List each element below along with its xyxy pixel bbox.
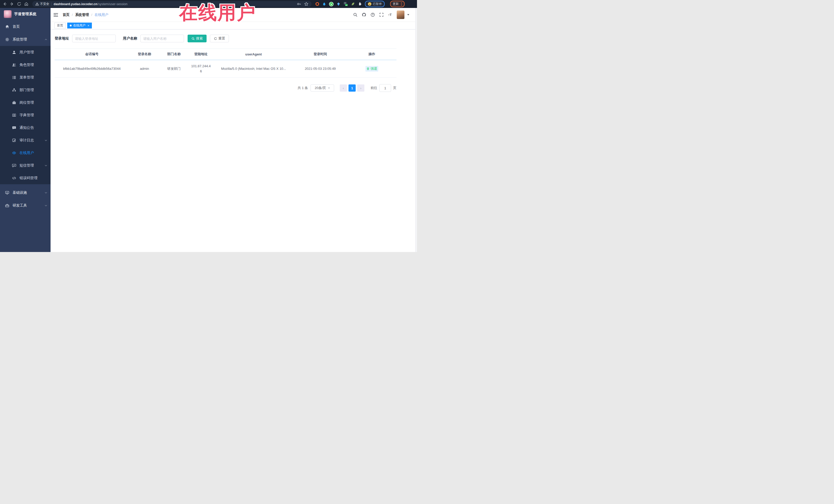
login-address-input[interactable] [72, 35, 116, 42]
help-icon[interactable] [371, 13, 375, 17]
security-chip[interactable]: 不安全 [36, 2, 49, 6]
username-input[interactable] [140, 35, 184, 42]
sms-icon [12, 163, 16, 168]
col-login-time: 登录时间 [293, 49, 347, 60]
username-label: 用户名称 [123, 36, 137, 41]
col-actions: 操作 [347, 49, 396, 60]
table-header-row: 会话编号 登录名称 部门名称 登陆地址 userAgent 登录时间 操作 [54, 49, 396, 60]
sidebar-item-home[interactable]: 首页 [0, 20, 50, 33]
search-icon[interactable] [353, 13, 357, 17]
browser-reload-icon[interactable] [17, 2, 21, 6]
sidebar-item-menu-mgmt[interactable]: 菜单管理 [0, 71, 50, 84]
col-login-name: 登录名称 [129, 49, 160, 60]
url-domain: dashboard.yudao.iocoder.cn [53, 2, 97, 6]
sidebar-item-label: 研发工具 [13, 203, 27, 208]
sidebar-item-error-code[interactable]: 错误码管理 [0, 172, 50, 184]
profile-paused-badge[interactable]: 已暂停 [365, 1, 385, 7]
cell-session-id: bfbb1ab79ba849e49fb26ddb56a73044 [54, 60, 129, 78]
sidebar-item-system[interactable]: 系统管理 [0, 33, 50, 46]
audit-log-icon [12, 138, 16, 143]
org-tree-icon [12, 88, 16, 92]
github-icon[interactable] [362, 13, 366, 17]
sidebar-item-user-mgmt[interactable]: 用户管理 [0, 46, 50, 59]
ext-orange-ring-icon[interactable] [315, 2, 320, 6]
sidebar-item-label: 角色管理 [20, 63, 34, 67]
page-scrollbar[interactable] [415, 8, 417, 252]
delete-icon [367, 67, 370, 70]
browser-home-icon[interactable] [24, 2, 28, 6]
book-icon [12, 113, 16, 117]
password-key-icon[interactable] [297, 2, 301, 6]
force-logout-label: 强退 [371, 66, 377, 71]
ext-puzzle-icon[interactable] [358, 2, 362, 6]
sidebar-item-audit-log[interactable]: 审计日志 [0, 134, 50, 147]
chevron-down-icon [328, 88, 330, 89]
user-menu-caret-icon[interactable] [407, 14, 409, 15]
address-bar[interactable]: 不安全 dashboard.yudao.iocoder.cn/system/us… [32, 1, 311, 7]
bookmark-star-icon[interactable] [304, 2, 308, 6]
prev-page-button[interactable]: ‹ [340, 84, 347, 92]
font-size-icon[interactable]: TT [388, 13, 392, 17]
sidebar-item-label: 系统管理 [13, 37, 27, 42]
sidebar-item-devtools[interactable]: 研发工具 [0, 199, 50, 212]
sidebar-item-label: 审计日志 [20, 138, 34, 143]
ext-blue-drop-icon[interactable] [322, 2, 326, 6]
sidebar-item-dept-mgmt[interactable]: 部门管理 [0, 84, 50, 96]
tab-label: 在线用户 [73, 23, 85, 28]
pager: ‹ 1 › [340, 84, 365, 92]
tab-home[interactable]: 首页 [54, 23, 66, 28]
update-button[interactable]: 更新 [390, 1, 405, 7]
tab-label: 首页 [57, 23, 63, 28]
cell-login-time: 2021-05-03 23:05:49 [293, 60, 347, 78]
sidebar-item-post-mgmt[interactable]: 岗位管理 [0, 96, 50, 109]
search-button[interactable]: 搜索 [188, 35, 206, 42]
home-icon [5, 25, 9, 29]
reset-button[interactable]: 重置 [210, 35, 229, 42]
goto-page-input[interactable] [379, 84, 391, 92]
page-size-value: 20条/页 [314, 86, 326, 90]
active-tab-dot [70, 25, 72, 26]
app-logo[interactable]: 芋道管理系统 [0, 8, 50, 20]
breadcrumb-home[interactable]: 首页 [63, 13, 69, 17]
screen: 不安全 dashboard.yudao.iocoder.cn/system/us… [0, 0, 417, 252]
cell-actions: 强退 [347, 60, 396, 78]
next-page-button[interactable]: › [357, 84, 365, 92]
sidebar-item-label: 错误码管理 [20, 176, 38, 180]
announcement-icon [12, 126, 16, 130]
chevron-down-icon [44, 204, 47, 207]
sidebar-item-infra[interactable]: 基础设施 [0, 186, 50, 199]
emoji-face-icon [368, 2, 372, 6]
sidebar-item-sms-mgmt[interactable]: 短信管理 [0, 159, 50, 172]
sidebar-item-label: 基础设施 [13, 191, 27, 195]
chevron-down-icon [44, 164, 47, 167]
chevron-down-icon [44, 191, 47, 194]
refresh-icon [214, 37, 217, 40]
breadcrumb-system[interactable]: 系统管理 [75, 13, 89, 17]
url-path: /system/user-session [97, 2, 127, 6]
sidebar-item-online-users[interactable]: 在线用户 [0, 147, 50, 159]
tags-view-bar: 首页 在线用户 × [50, 22, 417, 29]
browser-forward-icon[interactable] [10, 2, 14, 6]
close-tab-icon[interactable]: × [88, 24, 89, 27]
ext-translate-icon[interactable]: en [343, 2, 348, 6]
sidebar-item-dict-mgmt[interactable]: 字典管理 [0, 109, 50, 122]
url-text: dashboard.yudao.iocoder.cn/system/user-s… [53, 2, 128, 6]
current-page-button[interactable]: 1 [349, 84, 356, 92]
user-avatar[interactable] [397, 10, 404, 19]
sidebar-item-notice[interactable]: 通知公告 [0, 122, 50, 134]
ext-blue-diamond-icon[interactable] [336, 2, 341, 6]
fullscreen-icon[interactable] [379, 13, 383, 17]
ext-feather-icon[interactable] [351, 2, 355, 6]
page-size-select[interactable]: 20条/页 [310, 84, 334, 92]
menu-list-icon [12, 75, 16, 80]
col-dept-name: 部门名称 [160, 49, 188, 60]
sidebar-item-role-mgmt[interactable]: 角色管理 [0, 59, 50, 71]
ext-green-circle-icon[interactable] [329, 2, 334, 6]
browser-back-icon[interactable] [3, 2, 7, 6]
force-logout-button[interactable]: 强退 [366, 66, 378, 72]
online-user-icon [12, 151, 16, 155]
sidebar-item-label: 字典管理 [20, 113, 34, 117]
sidebar-toggle-icon[interactable] [53, 13, 59, 17]
tab-online-users[interactable]: 在线用户 × [67, 23, 92, 28]
browser-menu-icon[interactable] [401, 2, 402, 6]
